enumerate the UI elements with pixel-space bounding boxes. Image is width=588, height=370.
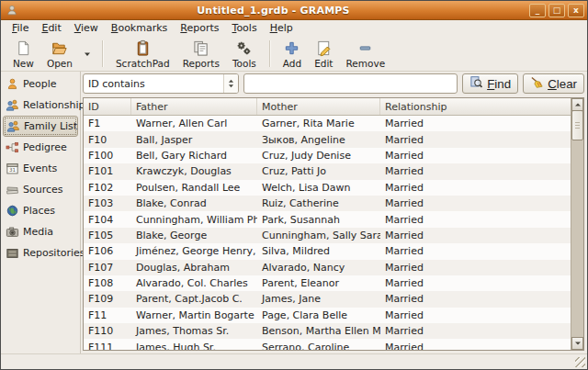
cell-id: F109 [84, 293, 131, 305]
scratchpad-icon [134, 39, 152, 57]
sidebar-item-people[interactable]: People [3, 73, 78, 95]
table-row[interactable]: F106Jiménez, George Henry, Jr.Silva, Mil… [84, 243, 571, 259]
sidebar-item-media[interactable]: Media [3, 221, 78, 242]
cell-mother: Garner, Rita Marie [257, 118, 380, 129]
cell-id: F103 [84, 197, 131, 209]
menu-reports[interactable]: Reports [174, 21, 225, 36]
cell-id: F106 [84, 245, 131, 257]
sidebar-item-relationships[interactable]: Relationships [3, 95, 78, 116]
table-row[interactable]: F101Krawczyk, DouglasCruz, Patti JoMarri… [84, 163, 571, 179]
column-header-father[interactable]: Father [131, 98, 257, 115]
table-row[interactable]: F102Poulsen, Randall LeeWelch, Lisa Dawn… [84, 180, 571, 196]
new-document-icon [15, 39, 32, 57]
cell-id: F107 [84, 262, 131, 274]
sidebar-item-sources[interactable]: Sources [3, 179, 78, 200]
cell-father: Warner, Allen Carl [131, 118, 257, 129]
menu-bookmarks[interactable]: Bookmarks [105, 21, 174, 36]
remove-button[interactable]: Remove [340, 38, 392, 70]
cell-id: F11 [84, 309, 131, 321]
edit-button[interactable]: Edit [308, 38, 339, 70]
titlebar[interactable]: Untitled_1.grdb - GRAMPS _□x [1, 1, 587, 20]
find-button[interactable]: Find [462, 73, 518, 94]
scrollbar-thumb[interactable] [571, 110, 583, 140]
tools-icon [235, 39, 253, 57]
cell-father: Alvarado, Col. Charles [131, 277, 257, 289]
reports-icon [192, 39, 209, 57]
sidebar-item-places[interactable]: Places [3, 200, 78, 221]
open-button[interactable]: Open [40, 38, 79, 70]
cell-father: James, Hugh Sr. [131, 342, 257, 350]
table-row[interactable]: F108Alvarado, Col. CharlesParent, Eleano… [84, 275, 571, 291]
cell-father: Ball, Jasper [131, 134, 257, 146]
tools-button[interactable]: Tools [226, 38, 263, 70]
table-row[interactable]: F100Bell, Gary RichardCruz, Judy DeniseM… [84, 148, 571, 163]
cell-mother: James, Jane [257, 293, 380, 305]
table-row[interactable]: F109Parent, Capt.Jacob C.James, JaneMarr… [84, 291, 571, 307]
cell-relationship: Married [380, 118, 571, 129]
menu-edit[interactable]: Edit [35, 21, 67, 36]
menubar: FileEditViewBookmarksReportsToolsHelp [1, 20, 587, 37]
table-row[interactable]: F105Blake, GeorgeCunningham, Sally Sarah… [84, 228, 571, 243]
sidebar-item-events[interactable]: 31Events [3, 158, 78, 179]
vertical-scrollbar[interactable] [571, 98, 583, 350]
menu-tools[interactable]: Tools [226, 21, 264, 36]
sidebar-item-label: Pedigree [23, 141, 67, 153]
search-input[interactable] [243, 73, 458, 94]
menu-file[interactable]: File [6, 21, 35, 36]
filter-field-select[interactable]: ID contains [83, 73, 239, 94]
column-header-mother[interactable]: Mother [257, 98, 380, 115]
table-row[interactable]: F1Warner, Allen CarlGarner, Rita MarieMa… [84, 116, 571, 131]
resize-grip[interactable] [575, 357, 585, 367]
reports-button[interactable]: Reports [176, 38, 226, 70]
scroll-down-icon[interactable] [571, 337, 583, 350]
toolbar-button-label: Reports [183, 58, 220, 69]
sidebar-item-label: Repositories [23, 247, 85, 259]
table-row[interactable]: F103Blake, ConradRuiz, CatherineMarried [84, 196, 571, 211]
cell-father: Blake, George [131, 230, 257, 241]
cell-id: F110 [84, 325, 131, 337]
cell-father: Jiménez, George Henry, Jr. [131, 245, 257, 257]
cell-mother: Cruz, Patti Jo [257, 165, 380, 177]
toolbar-button-label: Add [283, 58, 301, 69]
table-row[interactable]: F104Cunningham, William PhilipPark, Susa… [84, 211, 571, 227]
table-row[interactable]: F10Ball, JasperЗыков, AngelineMarried [84, 131, 571, 147]
clear-button[interactable]: Clear [523, 73, 584, 94]
gramps-window: Untitled_1.grdb - GRAMPS _□x FileEditVie… [0, 0, 588, 370]
cell-relationship: Married [380, 342, 571, 350]
add-button[interactable]: Add [277, 38, 308, 70]
open-dropdown-arrow-icon[interactable] [79, 38, 96, 70]
table-row[interactable]: F111James, Hugh Sr.Serrano, CarolineMarr… [84, 339, 571, 350]
table-row[interactable]: F107Douglas, AbrahamAlvarado, NancyMarri… [84, 260, 571, 275]
pedigree-icon [6, 140, 19, 154]
table-row[interactable]: F110James, Thomas Sr.Benson, Martha Elle… [84, 323, 571, 339]
cell-mother: Ruiz, Catherine [257, 197, 380, 209]
maximize-button[interactable]: □ [548, 4, 565, 17]
view-sidebar: PeopleRelationshipsFamily ListPedigree31… [1, 72, 81, 353]
combo-spinner-icon[interactable] [223, 74, 238, 93]
table-row[interactable]: F11Warner, Martin BogartePage, Clara Bel… [84, 308, 571, 323]
sidebar-item-pedigree[interactable]: Pedigree [3, 137, 78, 158]
window-menu-icon[interactable] [6, 4, 18, 17]
sidebar-item-label: Family List [24, 120, 77, 132]
minimize-button[interactable]: _ [529, 4, 546, 17]
cell-relationship: Married [380, 214, 571, 226]
new-button[interactable]: New [6, 38, 40, 70]
sidebar-item-repositories[interactable]: Repositories [3, 242, 78, 263]
cell-relationship: Married [380, 165, 571, 177]
person-icon [6, 77, 19, 91]
statusbar [1, 353, 587, 369]
menu-help[interactable]: Help [264, 21, 300, 36]
scratchpad-button[interactable]: ScratchPad [109, 38, 176, 70]
sidebar-item-family-list[interactable]: Family List [3, 116, 78, 137]
menu-view[interactable]: View [68, 21, 105, 36]
close-button[interactable]: x [568, 4, 584, 17]
toolbar-button-label: Open [47, 58, 73, 69]
toolbar-separator [102, 40, 103, 67]
button-label: Clear [548, 77, 577, 91]
filter-bar: ID contains Find Clear [83, 73, 584, 94]
column-header-id[interactable]: ID [84, 98, 131, 115]
cell-relationship: Married [380, 325, 571, 337]
sidebar-item-label: People [23, 78, 57, 90]
column-header-relationship[interactable]: Relationship [380, 98, 571, 115]
scroll-up-icon[interactable] [571, 98, 583, 111]
